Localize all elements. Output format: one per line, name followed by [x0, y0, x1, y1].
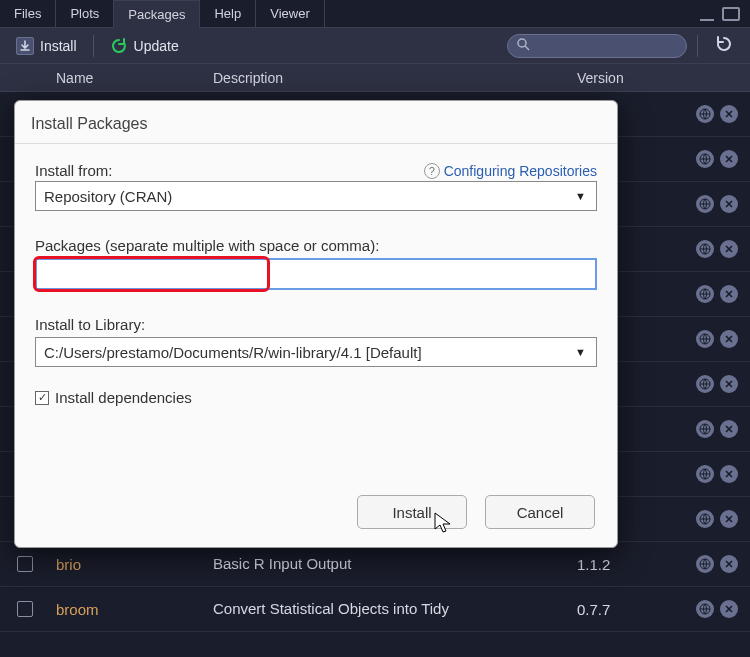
web-icon[interactable] [696, 465, 714, 483]
packages-input[interactable] [35, 258, 597, 290]
tab-help[interactable]: Help [200, 0, 256, 28]
packages-input-label: Packages (separate multiple with space o… [35, 237, 597, 254]
package-version: 1.1.2 [577, 556, 677, 573]
packages-column-header: Name Description Version [0, 64, 750, 92]
search-icon [516, 37, 530, 55]
package-description: Convert Statistical Objects into Tidy [205, 600, 577, 619]
install-dependencies-checkbox[interactable]: ✓ [35, 391, 49, 405]
package-name[interactable]: brio [50, 556, 205, 573]
remove-icon[interactable] [720, 465, 738, 483]
tab-files[interactable]: Files [0, 0, 56, 28]
install-from-label: Install from: [35, 162, 113, 179]
install-to-library-select[interactable]: C:/Users/prestamo/Documents/R/win-librar… [35, 337, 597, 367]
svg-line-1 [525, 46, 529, 50]
col-version[interactable]: Version [577, 70, 750, 86]
remove-icon[interactable] [720, 150, 738, 168]
package-description: Basic R Input Output [205, 555, 577, 574]
col-name[interactable]: Name [50, 70, 205, 86]
packages-toolbar: Install Update [0, 28, 750, 64]
package-version: 0.7.7 [577, 601, 677, 618]
package-checkbox[interactable] [17, 556, 33, 572]
help-icon: ? [424, 163, 440, 179]
toolbar-separator [697, 35, 698, 57]
package-row: brioBasic R Input Output1.1.2 [0, 542, 750, 587]
pane-tabs: Files Plots Packages Help Viewer [0, 0, 750, 28]
remove-icon[interactable] [720, 240, 738, 258]
pane-window-controls [698, 7, 750, 21]
web-icon[interactable] [696, 240, 714, 258]
tab-viewer[interactable]: Viewer [256, 0, 325, 28]
package-row: broomConvert Statistical Objects into Ti… [0, 587, 750, 632]
web-icon[interactable] [696, 510, 714, 528]
package-checkbox[interactable] [17, 601, 33, 617]
install-confirm-button[interactable]: Install [357, 495, 467, 529]
dialog-title: Install Packages [15, 101, 617, 144]
remove-icon[interactable] [720, 510, 738, 528]
web-icon[interactable] [696, 150, 714, 168]
install-to-library-label: Install to Library: [35, 316, 597, 333]
install-icon [16, 37, 34, 55]
cancel-button[interactable]: Cancel [485, 495, 595, 529]
remove-icon[interactable] [720, 195, 738, 213]
install-from-select[interactable]: Repository (CRAN) [35, 181, 597, 211]
install-dependencies-label: Install dependencies [55, 389, 192, 406]
web-icon[interactable] [696, 285, 714, 303]
remove-icon[interactable] [720, 375, 738, 393]
package-name[interactable]: broom [50, 601, 205, 618]
web-icon[interactable] [696, 375, 714, 393]
web-icon[interactable] [696, 420, 714, 438]
minimize-pane-icon[interactable] [698, 7, 716, 21]
update-button-label: Update [134, 38, 179, 54]
install-to-library-value: C:/Users/prestamo/Documents/R/win-librar… [44, 344, 422, 361]
toolbar-separator [93, 35, 94, 57]
update-button[interactable]: Update [104, 35, 185, 57]
remove-icon[interactable] [720, 285, 738, 303]
tab-plots[interactable]: Plots [56, 0, 114, 28]
col-description[interactable]: Description [205, 70, 577, 86]
remove-icon[interactable] [720, 105, 738, 123]
web-icon[interactable] [696, 195, 714, 213]
remove-icon[interactable] [720, 330, 738, 348]
update-icon [110, 37, 128, 55]
web-icon[interactable] [696, 600, 714, 618]
remove-icon[interactable] [720, 555, 738, 573]
refresh-button[interactable] [708, 32, 740, 59]
install-packages-dialog: Install Packages Install from: ? Configu… [14, 100, 618, 548]
install-button-label: Install [40, 38, 77, 54]
remove-icon[interactable] [720, 420, 738, 438]
install-from-value: Repository (CRAN) [44, 188, 172, 205]
install-button[interactable]: Install [10, 35, 83, 57]
web-icon[interactable] [696, 555, 714, 573]
web-icon[interactable] [696, 105, 714, 123]
maximize-pane-icon[interactable] [722, 7, 740, 21]
refresh-icon [714, 34, 734, 57]
web-icon[interactable] [696, 330, 714, 348]
remove-icon[interactable] [720, 600, 738, 618]
tab-packages[interactable]: Packages [114, 0, 200, 28]
search-input[interactable] [507, 34, 687, 58]
configuring-repositories-link[interactable]: ? Configuring Repositories [424, 163, 597, 179]
configuring-repositories-label: Configuring Repositories [444, 163, 597, 179]
svg-point-0 [518, 39, 526, 47]
